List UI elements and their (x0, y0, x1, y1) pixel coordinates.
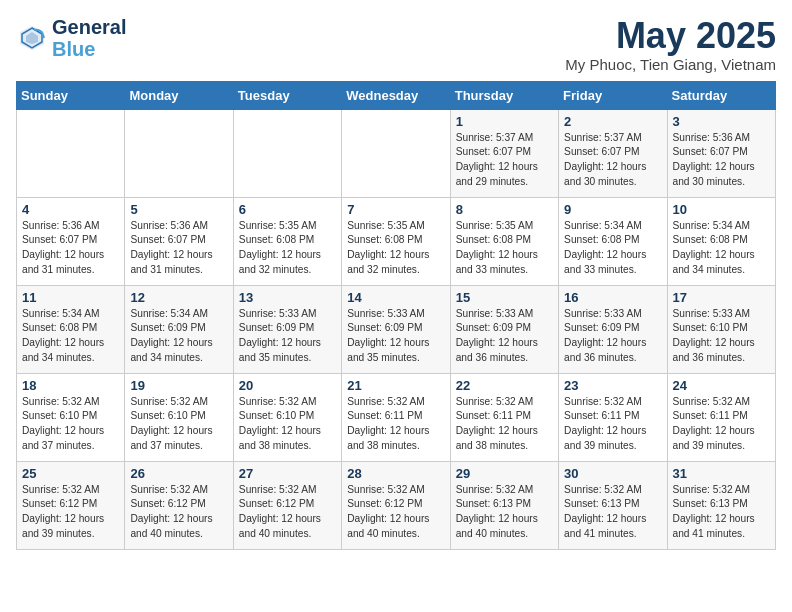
day-number: 10 (673, 202, 770, 217)
day-number: 4 (22, 202, 119, 217)
weekday-header: Wednesday (342, 81, 450, 109)
day-number: 19 (130, 378, 227, 393)
day-number: 31 (673, 466, 770, 481)
day-info: Sunrise: 5:36 AM Sunset: 6:07 PM Dayligh… (22, 219, 119, 278)
calendar-cell: 15Sunrise: 5:33 AM Sunset: 6:09 PM Dayli… (450, 285, 558, 373)
calendar-cell: 21Sunrise: 5:32 AM Sunset: 6:11 PM Dayli… (342, 373, 450, 461)
day-info: Sunrise: 5:32 AM Sunset: 6:12 PM Dayligh… (239, 483, 336, 542)
calendar-cell (342, 109, 450, 197)
day-info: Sunrise: 5:35 AM Sunset: 6:08 PM Dayligh… (239, 219, 336, 278)
day-number: 1 (456, 114, 553, 129)
logo-icon (16, 22, 48, 54)
calendar-cell: 16Sunrise: 5:33 AM Sunset: 6:09 PM Dayli… (559, 285, 667, 373)
day-number: 13 (239, 290, 336, 305)
day-info: Sunrise: 5:32 AM Sunset: 6:10 PM Dayligh… (130, 395, 227, 454)
day-info: Sunrise: 5:32 AM Sunset: 6:13 PM Dayligh… (673, 483, 770, 542)
calendar-cell: 8Sunrise: 5:35 AM Sunset: 6:08 PM Daylig… (450, 197, 558, 285)
calendar-cell: 7Sunrise: 5:35 AM Sunset: 6:08 PM Daylig… (342, 197, 450, 285)
calendar-cell: 24Sunrise: 5:32 AM Sunset: 6:11 PM Dayli… (667, 373, 775, 461)
day-info: Sunrise: 5:33 AM Sunset: 6:09 PM Dayligh… (564, 307, 661, 366)
weekday-header: Monday (125, 81, 233, 109)
day-info: Sunrise: 5:32 AM Sunset: 6:12 PM Dayligh… (22, 483, 119, 542)
logo-text: General Blue (52, 16, 126, 60)
day-info: Sunrise: 5:32 AM Sunset: 6:11 PM Dayligh… (347, 395, 444, 454)
day-number: 26 (130, 466, 227, 481)
calendar-cell: 14Sunrise: 5:33 AM Sunset: 6:09 PM Dayli… (342, 285, 450, 373)
page-header: General Blue May 2025 My Phuoc, Tien Gia… (16, 16, 776, 73)
calendar-header: SundayMondayTuesdayWednesdayThursdayFrid… (17, 81, 776, 109)
day-number: 21 (347, 378, 444, 393)
calendar-cell: 18Sunrise: 5:32 AM Sunset: 6:10 PM Dayli… (17, 373, 125, 461)
calendar-cell: 27Sunrise: 5:32 AM Sunset: 6:12 PM Dayli… (233, 461, 341, 549)
calendar-cell: 31Sunrise: 5:32 AM Sunset: 6:13 PM Dayli… (667, 461, 775, 549)
calendar-week-row: 4Sunrise: 5:36 AM Sunset: 6:07 PM Daylig… (17, 197, 776, 285)
calendar-cell: 1Sunrise: 5:37 AM Sunset: 6:07 PM Daylig… (450, 109, 558, 197)
calendar-cell: 29Sunrise: 5:32 AM Sunset: 6:13 PM Dayli… (450, 461, 558, 549)
calendar-cell: 6Sunrise: 5:35 AM Sunset: 6:08 PM Daylig… (233, 197, 341, 285)
day-number: 2 (564, 114, 661, 129)
calendar-cell: 26Sunrise: 5:32 AM Sunset: 6:12 PM Dayli… (125, 461, 233, 549)
day-number: 3 (673, 114, 770, 129)
calendar-week-row: 18Sunrise: 5:32 AM Sunset: 6:10 PM Dayli… (17, 373, 776, 461)
day-info: Sunrise: 5:35 AM Sunset: 6:08 PM Dayligh… (456, 219, 553, 278)
day-info: Sunrise: 5:36 AM Sunset: 6:07 PM Dayligh… (130, 219, 227, 278)
calendar-cell: 10Sunrise: 5:34 AM Sunset: 6:08 PM Dayli… (667, 197, 775, 285)
day-number: 17 (673, 290, 770, 305)
calendar-cell: 13Sunrise: 5:33 AM Sunset: 6:09 PM Dayli… (233, 285, 341, 373)
month-title: May 2025 (565, 16, 776, 56)
day-number: 30 (564, 466, 661, 481)
day-info: Sunrise: 5:37 AM Sunset: 6:07 PM Dayligh… (564, 131, 661, 190)
day-number: 18 (22, 378, 119, 393)
day-number: 29 (456, 466, 553, 481)
calendar-week-row: 25Sunrise: 5:32 AM Sunset: 6:12 PM Dayli… (17, 461, 776, 549)
calendar-cell: 12Sunrise: 5:34 AM Sunset: 6:09 PM Dayli… (125, 285, 233, 373)
day-info: Sunrise: 5:36 AM Sunset: 6:07 PM Dayligh… (673, 131, 770, 190)
weekday-header: Sunday (17, 81, 125, 109)
day-info: Sunrise: 5:33 AM Sunset: 6:09 PM Dayligh… (239, 307, 336, 366)
calendar-cell: 5Sunrise: 5:36 AM Sunset: 6:07 PM Daylig… (125, 197, 233, 285)
day-info: Sunrise: 5:34 AM Sunset: 6:08 PM Dayligh… (673, 219, 770, 278)
day-number: 8 (456, 202, 553, 217)
location-subtitle: My Phuoc, Tien Giang, Vietnam (565, 56, 776, 73)
day-number: 11 (22, 290, 119, 305)
day-number: 28 (347, 466, 444, 481)
day-info: Sunrise: 5:32 AM Sunset: 6:10 PM Dayligh… (22, 395, 119, 454)
day-info: Sunrise: 5:32 AM Sunset: 6:13 PM Dayligh… (564, 483, 661, 542)
day-info: Sunrise: 5:32 AM Sunset: 6:11 PM Dayligh… (564, 395, 661, 454)
day-number: 12 (130, 290, 227, 305)
calendar-cell (233, 109, 341, 197)
day-info: Sunrise: 5:33 AM Sunset: 6:10 PM Dayligh… (673, 307, 770, 366)
day-number: 27 (239, 466, 336, 481)
calendar-cell: 3Sunrise: 5:36 AM Sunset: 6:07 PM Daylig… (667, 109, 775, 197)
calendar-cell: 23Sunrise: 5:32 AM Sunset: 6:11 PM Dayli… (559, 373, 667, 461)
calendar-cell: 28Sunrise: 5:32 AM Sunset: 6:12 PM Dayli… (342, 461, 450, 549)
day-number: 15 (456, 290, 553, 305)
day-number: 5 (130, 202, 227, 217)
day-number: 16 (564, 290, 661, 305)
logo: General Blue (16, 16, 126, 60)
title-block: May 2025 My Phuoc, Tien Giang, Vietnam (565, 16, 776, 73)
calendar-cell: 20Sunrise: 5:32 AM Sunset: 6:10 PM Dayli… (233, 373, 341, 461)
calendar-cell: 25Sunrise: 5:32 AM Sunset: 6:12 PM Dayli… (17, 461, 125, 549)
calendar-cell: 4Sunrise: 5:36 AM Sunset: 6:07 PM Daylig… (17, 197, 125, 285)
calendar-cell: 11Sunrise: 5:34 AM Sunset: 6:08 PM Dayli… (17, 285, 125, 373)
day-info: Sunrise: 5:32 AM Sunset: 6:11 PM Dayligh… (673, 395, 770, 454)
day-info: Sunrise: 5:33 AM Sunset: 6:09 PM Dayligh… (456, 307, 553, 366)
day-info: Sunrise: 5:33 AM Sunset: 6:09 PM Dayligh… (347, 307, 444, 366)
calendar-cell: 9Sunrise: 5:34 AM Sunset: 6:08 PM Daylig… (559, 197, 667, 285)
calendar-cell: 19Sunrise: 5:32 AM Sunset: 6:10 PM Dayli… (125, 373, 233, 461)
day-info: Sunrise: 5:32 AM Sunset: 6:13 PM Dayligh… (456, 483, 553, 542)
day-info: Sunrise: 5:32 AM Sunset: 6:12 PM Dayligh… (130, 483, 227, 542)
day-number: 14 (347, 290, 444, 305)
day-number: 6 (239, 202, 336, 217)
calendar-week-row: 1Sunrise: 5:37 AM Sunset: 6:07 PM Daylig… (17, 109, 776, 197)
calendar-cell (125, 109, 233, 197)
day-number: 22 (456, 378, 553, 393)
day-info: Sunrise: 5:35 AM Sunset: 6:08 PM Dayligh… (347, 219, 444, 278)
calendar-week-row: 11Sunrise: 5:34 AM Sunset: 6:08 PM Dayli… (17, 285, 776, 373)
day-info: Sunrise: 5:32 AM Sunset: 6:10 PM Dayligh… (239, 395, 336, 454)
calendar-cell: 22Sunrise: 5:32 AM Sunset: 6:11 PM Dayli… (450, 373, 558, 461)
weekday-header: Saturday (667, 81, 775, 109)
day-info: Sunrise: 5:32 AM Sunset: 6:11 PM Dayligh… (456, 395, 553, 454)
day-info: Sunrise: 5:32 AM Sunset: 6:12 PM Dayligh… (347, 483, 444, 542)
